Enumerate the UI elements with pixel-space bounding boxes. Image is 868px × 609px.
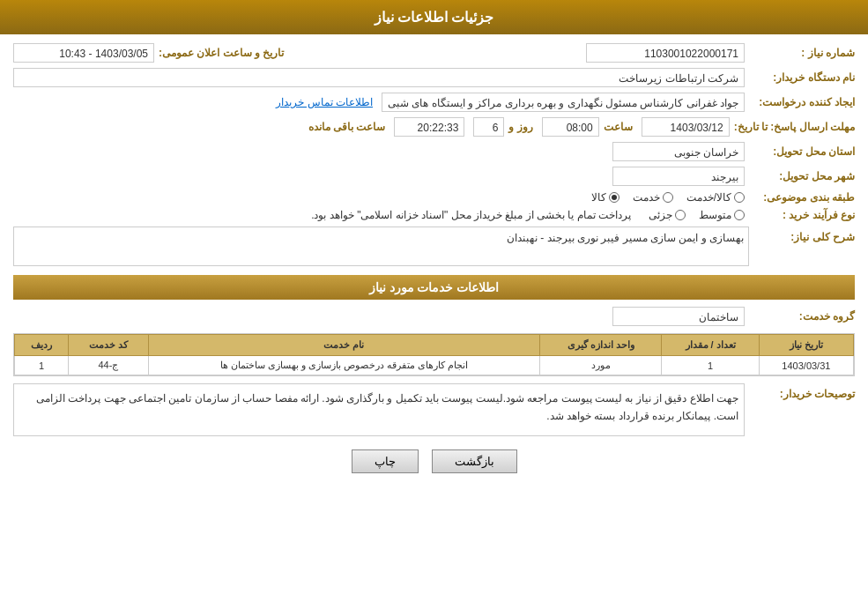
purchase-option-motavasset[interactable]: متوسط xyxy=(699,209,745,221)
cell-quantity: 1 xyxy=(662,356,759,375)
deadline-time: 08:00 xyxy=(542,117,599,137)
col-header-unit: واحد اندازه گیری xyxy=(539,335,662,356)
buyer-name-row: نام دستگاه خریدار: شرکت ارتباطات زیرساخت xyxy=(13,68,855,87)
category-radio-kala-khedmat xyxy=(734,192,745,203)
category-option-kala[interactable]: کالا xyxy=(591,191,619,204)
services-table-container: تاریخ نیاز تعداد / مقدار واحد اندازه گیر… xyxy=(13,333,855,376)
page-header: جزئیات اطلاعات نیاز xyxy=(0,0,868,34)
cell-service-code: ج-44 xyxy=(69,356,149,375)
category-radio-khedmat xyxy=(663,192,673,203)
deadline-days: 6 xyxy=(473,117,504,137)
col-header-service-name: نام خدمت xyxy=(148,335,539,356)
deadline-label: مهلت ارسال پاسخ: تا تاریخ: xyxy=(734,121,855,133)
deadline-date: 1403/03/12 xyxy=(642,117,730,137)
page-title: جزئیات اطلاعات نیاز xyxy=(375,10,494,25)
col-header-quantity: تعداد / مقدار xyxy=(662,335,759,356)
deadline-row: مهلت ارسال پاسخ: تا تاریخ: 1403/03/12 سا… xyxy=(13,117,855,137)
cell-service-name: انجام کارهای متفرقه درخصوص بازسازی و بهس… xyxy=(148,356,539,375)
description-value: بهسازی و ایمن سازی مسیر فیبر نوری بیرجند… xyxy=(13,227,749,266)
purchase-type-label: نوع فرآیند خرید : xyxy=(749,209,855,221)
request-number-label: شماره نیاز : xyxy=(749,47,855,59)
section2-title: اطلاعات خدمات مورد نیاز xyxy=(13,275,855,300)
buttons-row: بازگشت چاپ xyxy=(13,449,855,491)
description-label: شرح کلی نیاز: xyxy=(749,227,855,243)
creator-row: ایجاد کننده درخواست: جواد غفرانی کارشناس… xyxy=(13,93,855,112)
category-label-khedmat: خدمت xyxy=(633,191,660,204)
city-label: شهر محل تحویل: xyxy=(749,170,855,182)
category-option-kala-khedmat[interactable]: کالا/خدمت xyxy=(686,191,745,204)
contact-link[interactable]: اطلاعات تماس خریدار xyxy=(276,96,373,108)
category-row: طبقه بندی موضوعی: کالا/خدمت خدمت کالا xyxy=(13,191,855,204)
request-number-row: شماره نیاز : 1103001022000171 تاریخ و سا… xyxy=(13,43,855,63)
col-header-date: تاریخ نیاز xyxy=(759,335,853,356)
cell-date: 1403/03/31 xyxy=(759,356,853,375)
page-wrapper: جزئیات اطلاعات نیاز شماره نیاز : 1103001… xyxy=(0,0,868,609)
request-number-value: 1103001022000171 xyxy=(586,43,745,63)
category-label: طبقه بندی موضوعی: xyxy=(749,191,855,204)
province-label: استان محل تحویل: xyxy=(749,145,855,158)
category-label-kala-khedmat: کالا/خدمت xyxy=(686,191,731,204)
purchase-type-row: نوع فرآیند خرید : متوسط جزئی پرداخت تمام… xyxy=(13,209,855,221)
purchase-option-jozei[interactable]: جزئی xyxy=(649,209,686,221)
purchase-note: پرداخت تمام یا بخشی از مبلغ خریداز محل "… xyxy=(311,209,631,221)
announce-value: 1403/03/05 - 10:43 xyxy=(13,43,154,63)
back-button[interactable]: بازگشت xyxy=(432,449,517,473)
city-row: شهر محل تحویل: بیرجند xyxy=(13,167,855,186)
cell-row-num: 1 xyxy=(15,356,69,375)
deadline-remaining-label: ساعت باقی مانده xyxy=(308,121,386,133)
buyer-notes-label: توصیحات خریدار: xyxy=(749,383,855,400)
deadline-time-label: ساعت xyxy=(604,121,633,133)
category-option-khedmat[interactable]: خدمت xyxy=(633,191,673,204)
category-radio-group: کالا/خدمت خدمت کالا xyxy=(591,191,745,204)
category-label-kala: کالا xyxy=(591,191,606,204)
buyer-name-label: نام دستگاه خریدار: xyxy=(749,71,855,84)
content-area: شماره نیاز : 1103001022000171 تاریخ و سا… xyxy=(0,34,868,500)
col-header-service-code: کد خدمت xyxy=(69,335,149,356)
purchase-radio-group: متوسط جزئی xyxy=(649,209,745,221)
deadline-days-label: روز و xyxy=(508,121,532,133)
buyer-notes-row: توصیحات خریدار: جهت اطلاع دقیق از نیاز ب… xyxy=(13,383,855,436)
buyer-notes-text: جهت اطلاع دقیق از نیاز به لیست پیوست مرا… xyxy=(36,392,738,422)
creator-value: جواد غفرانی کارشناس مسئول نگهداری و بهره… xyxy=(382,93,745,112)
purchase-radio-jozei xyxy=(675,210,686,220)
buyer-name-value: شرکت ارتباطات زیرساخت xyxy=(13,68,745,87)
table-row: 1403/03/31 1 مورد انجام کارهای متفرقه در… xyxy=(15,356,854,375)
city-value: بیرجند xyxy=(612,167,745,186)
province-row: استان محل تحویل: خراسان جنوبی xyxy=(13,142,855,161)
deadline-remaining: 20:22:33 xyxy=(394,117,464,137)
cell-unit: مورد xyxy=(539,356,662,375)
category-radio-kala xyxy=(609,192,619,203)
col-header-row-num: ردیف xyxy=(15,335,69,356)
announce-label: تاریخ و ساعت اعلان عمومی: xyxy=(159,47,284,59)
service-group-row: گروه خدمت: ساختمان xyxy=(13,307,855,326)
purchase-label-motavasset: متوسط xyxy=(699,209,731,221)
services-table: تاریخ نیاز تعداد / مقدار واحد اندازه گیر… xyxy=(14,334,854,375)
service-group-label: گروه خدمت: xyxy=(749,310,855,323)
province-value: خراسان جنوبی xyxy=(612,142,745,161)
creator-label: ایجاد کننده درخواست: xyxy=(749,96,855,108)
purchase-label-jozei: جزئی xyxy=(649,209,672,221)
description-text: بهسازی و ایمن سازی مسیر فیبر نوری بیرجند… xyxy=(507,232,744,244)
description-row: شرح کلی نیاز: بهسازی و ایمن سازی مسیر فی… xyxy=(13,227,855,266)
purchase-radio-motavasset xyxy=(734,210,745,220)
print-button[interactable]: چاپ xyxy=(352,449,419,473)
buyer-notes-value: جهت اطلاع دقیق از نیاز به لیست پیوست مرا… xyxy=(13,383,745,436)
service-group-value: ساختمان xyxy=(612,307,745,326)
